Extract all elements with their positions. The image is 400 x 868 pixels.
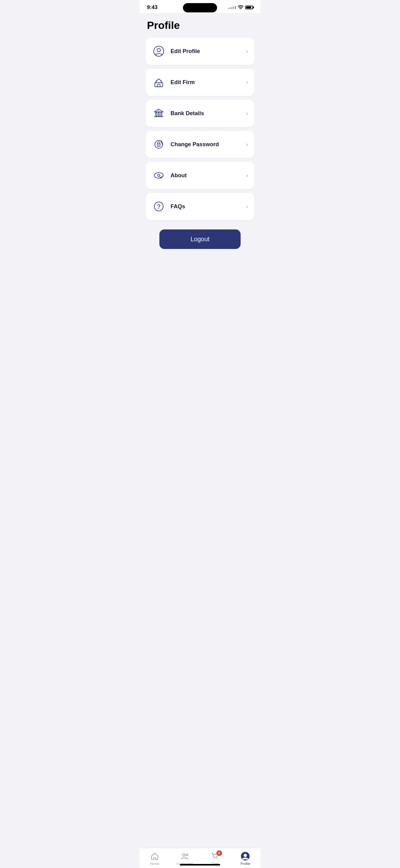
menu-section: Edit Profile › Edit Firm › (146, 37, 254, 220)
logout-button[interactable]: Logout (159, 229, 241, 249)
signal-icon (228, 6, 236, 9)
svg-point-2 (157, 49, 161, 52)
eye-check-icon (152, 168, 166, 182)
svg-rect-7 (161, 113, 162, 116)
svg-point-0 (240, 8, 241, 9)
chevron-right-icon: › (246, 79, 248, 86)
edit-profile-item[interactable]: Edit Profile › (146, 37, 254, 65)
status-icons (228, 5, 253, 10)
edit-profile-label: Edit Profile (171, 48, 200, 55)
page-content: Profile Edit Profile › (139, 13, 261, 289)
change-password-label: Change Password (171, 141, 219, 148)
bank-icon (152, 106, 166, 120)
svg-rect-6 (158, 113, 159, 116)
building-icon (152, 75, 166, 89)
battery-icon (245, 6, 253, 9)
wifi-icon (238, 5, 243, 10)
lock-refresh-icon (152, 137, 166, 151)
notch (183, 3, 217, 12)
bank-details-item[interactable]: Bank Details › (146, 100, 254, 127)
faqs-label: FAQs (171, 203, 185, 210)
svg-point-12 (155, 173, 163, 178)
svg-point-14 (155, 202, 163, 211)
status-bar: 9:43 (139, 0, 261, 13)
about-item[interactable]: About › (146, 162, 254, 189)
question-circle-icon (152, 199, 166, 213)
svg-point-8 (159, 110, 159, 111)
change-password-item[interactable]: Change Password › (146, 131, 254, 158)
svg-point-11 (159, 145, 159, 146)
edit-firm-item[interactable]: Edit Firm › (146, 69, 254, 96)
chevron-right-icon: › (246, 110, 248, 117)
bank-details-label: Bank Details (171, 110, 204, 117)
chevron-right-icon: › (246, 172, 248, 179)
svg-point-15 (158, 208, 159, 209)
user-circle-icon (152, 44, 166, 58)
chevron-right-icon: › (246, 48, 248, 55)
svg-point-13 (158, 174, 160, 176)
svg-rect-5 (156, 113, 157, 116)
status-time: 9:43 (147, 4, 158, 10)
chevron-right-icon: › (246, 203, 248, 210)
faqs-item[interactable]: FAQs › (146, 193, 254, 220)
svg-rect-4 (158, 85, 160, 87)
about-label: About (171, 172, 187, 179)
page-title: Profile (146, 19, 254, 31)
chevron-right-icon: › (246, 141, 248, 148)
edit-firm-label: Edit Firm (171, 79, 195, 86)
